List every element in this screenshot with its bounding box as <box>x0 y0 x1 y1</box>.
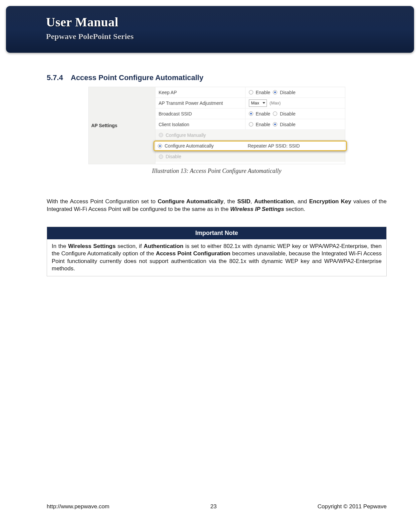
para-bold: Encryption Key <box>309 198 351 205</box>
doc-title: User Manual <box>46 15 374 29</box>
para-text: , and <box>294 198 309 205</box>
keep-ap-enable-text: Enable <box>256 90 271 95</box>
keep-ap-disable-radio[interactable] <box>273 90 277 94</box>
configure-auto-value: Repeater AP SSID: SSID <box>245 142 346 150</box>
configure-auto-radio[interactable] <box>158 144 162 148</box>
isolation-enable-text: Enable <box>256 122 271 127</box>
keep-ap-enable-radio[interactable] <box>249 90 253 94</box>
note-bold: Wireless Settings <box>68 243 116 249</box>
document-header: User Manual Pepwave PolePoint Series <box>6 6 414 53</box>
isolation-enable-radio[interactable] <box>249 122 253 126</box>
row-configure-manually: Configure Manually <box>155 130 345 141</box>
para-text: With the Access Point Configuration set … <box>47 198 158 205</box>
para-text: section. <box>284 206 305 212</box>
broadcast-disable-text: Disable <box>280 111 296 116</box>
section-number: 5.7.4 <box>47 73 71 82</box>
disable-radio[interactable] <box>159 155 163 159</box>
para-text: , the <box>224 198 237 205</box>
section-heading: 5.7.4Access Point Configure Automaticall… <box>47 73 387 82</box>
note-text: section, if <box>116 243 144 249</box>
row-tx-power: AP Transmit Power Adjustment Max (Max) <box>155 98 345 108</box>
isolation-disable-radio[interactable] <box>273 122 277 126</box>
para-bold: SSID <box>237 198 251 205</box>
para-text: , <box>251 198 254 205</box>
para-bold: Authentication <box>254 198 294 205</box>
important-note-box: Important Note In the Wireless Settings … <box>47 227 387 276</box>
broadcast-disable-radio[interactable] <box>273 111 277 116</box>
broadcast-enable-text: Enable <box>256 111 271 116</box>
configure-manually-radio[interactable] <box>159 133 163 137</box>
note-body: In the Wireless Settings section, if Aut… <box>47 239 386 276</box>
isolation-disable-text: Disable <box>280 122 296 127</box>
row-broadcast-ssid: Broadcast SSID Enable Disable <box>155 108 345 119</box>
footer-copyright: Copyright © 2011 Pepwave <box>318 503 387 510</box>
row-client-isolation: Client Isolation Enable Disable <box>155 119 345 130</box>
page-footer: http://www.pepwave.com 23 Copyright © 20… <box>47 503 387 510</box>
keep-ap-disable-text: Disable <box>280 90 296 95</box>
configure-manually-label: Configure Manually <box>166 133 206 138</box>
ap-settings-table: AP Settings Keep AP Enable Disable AP T <box>88 87 345 164</box>
client-isolation-label: Client Isolation <box>155 119 246 130</box>
configure-auto-label: Configure Automatically <box>165 143 214 149</box>
ap-settings-label: AP Settings <box>89 123 117 128</box>
broadcast-enable-radio[interactable] <box>249 111 253 116</box>
disable-label: Disable <box>166 154 181 159</box>
note-bold: Authentication <box>144 243 183 249</box>
page-content: 5.7.4Access Point Configure Automaticall… <box>47 73 387 276</box>
figure-wrapper: AP Settings Keep AP Enable Disable AP T <box>47 87 387 175</box>
body-paragraph: With the Access Point Configuration set … <box>47 198 387 213</box>
footer-url: http://www.pepwave.com <box>47 503 109 510</box>
row-disable: Disable <box>155 151 345 162</box>
tx-power-hint: (Max) <box>270 100 281 105</box>
doc-subtitle: Pepwave PolePoint Series <box>46 32 374 41</box>
tx-power-select[interactable]: Max <box>249 99 267 107</box>
row-keep-ap: Keep AP Enable Disable <box>155 87 345 98</box>
note-text: In the <box>52 243 68 249</box>
para-bold: Configure Automatically <box>158 198 224 205</box>
note-heading: Important Note <box>47 227 386 239</box>
footer-page: 23 <box>210 503 217 510</box>
keep-ap-label: Keep AP <box>155 87 246 98</box>
section-title: Access Point Configure Automatically <box>71 73 203 82</box>
tx-power-label: AP Transmit Power Adjustment <box>155 98 246 108</box>
row-configure-automatically: Configure Automatically Repeater AP SSID… <box>153 141 347 151</box>
para-bold-italic: Wireless IP Settings <box>230 206 284 212</box>
note-bold: Access Point Configuration <box>156 250 231 257</box>
figure-caption: Illustration 13: Access Point Configure … <box>47 168 387 175</box>
broadcast-ssid-label: Broadcast SSID <box>155 108 246 119</box>
